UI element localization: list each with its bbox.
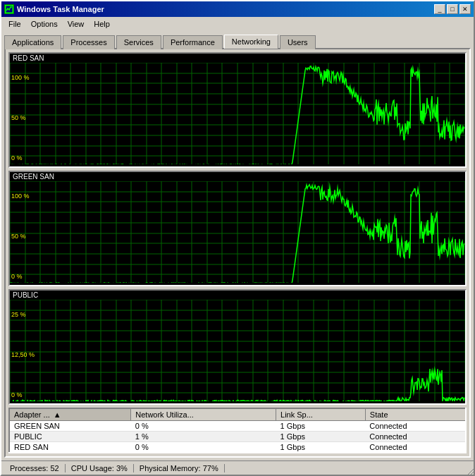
menu-view[interactable]: View — [63, 19, 89, 29]
table-row: PUBLIC 1 % 1 Gbps Connected — [9, 432, 466, 442]
menu-options[interactable]: Options — [27, 19, 62, 29]
graph-red-san-canvas-el — [10, 63, 465, 164]
graph-green-san-labels: 100 % 50 % 0 % — [11, 193, 30, 280]
sort-arrow-icon: ▲ — [54, 410, 61, 419]
graph-green-san-canvas: 100 % 50 % 0 % — [10, 181, 465, 283]
table-body: GREEN SAN 0 % 1 Gbps Connected PUBLIC 1 … — [9, 421, 466, 453]
cell-adapter-0: GREEN SAN — [9, 421, 131, 432]
status-memory: Physical Memory: 77% — [134, 464, 225, 472]
close-button[interactable]: ✕ — [459, 4, 471, 14]
cell-state-2: Connected — [365, 442, 466, 453]
graph-red-san: RED SAN 100 % 50 % 0 % — [8, 52, 467, 168]
graph-public: PUBLIC 25 % 12,50 % 0 % — [8, 289, 467, 405]
svg-line-2 — [469, 470, 475, 476]
table-header-row: Adapter ... ▲ Network Utiliza... Link Sp… — [9, 408, 466, 421]
graph-public-labels: 25 % 12,50 % 0 % — [11, 311, 35, 398]
menu-bar: File Options View Help — [1, 17, 474, 31]
graph-green-san-canvas-el — [10, 181, 465, 283]
table-row: GREEN SAN 0 % 1 Gbps Connected — [9, 421, 466, 432]
cell-util-2: 0 % — [131, 442, 276, 453]
menu-file[interactable]: File — [4, 19, 25, 29]
network-table-section: Adapter ... ▲ Network Utiliza... Link Sp… — [8, 408, 467, 458]
col-adapter[interactable]: Adapter ... ▲ — [9, 408, 131, 421]
tabs-bar: Applications Processes Services Performa… — [1, 31, 474, 48]
cell-state-1: Connected — [365, 432, 466, 442]
col-linkspeed[interactable]: Link Sp... — [276, 408, 366, 421]
graph-public-title: PUBLIC — [10, 291, 465, 300]
graph-green-san: GREEN SAN 100 % 50 % 0 % — [8, 171, 467, 286]
graph-public-canvas: 25 % 12,50 % 0 % — [10, 300, 465, 401]
cell-adapter-2: RED SAN — [9, 442, 131, 453]
cell-state-0: Connected — [365, 421, 466, 432]
svg-line-3 — [472, 473, 475, 476]
col-state[interactable]: State — [365, 408, 466, 421]
window-title: Windows Task Manager — [17, 5, 104, 13]
window: Windows Task Manager _ □ ✕ File Options … — [0, 0, 475, 476]
cell-link-2: 1 Gbps — [276, 442, 366, 453]
status-cpu: CPU Usage: 3% — [66, 464, 134, 472]
graph-red-san-canvas: 100 % 50 % 0 % — [10, 63, 465, 164]
status-bar: Processes: 52 CPU Usage: 3% Physical Mem… — [1, 460, 474, 475]
cell-util-0: 0 % — [131, 421, 276, 432]
maximize-button[interactable]: □ — [447, 4, 458, 14]
graph-green-san-title: GREEN SAN — [10, 172, 465, 181]
resize-handle[interactable] — [467, 468, 475, 476]
tab-processes[interactable]: Processes — [63, 35, 114, 49]
tab-networking[interactable]: Networking — [224, 35, 278, 49]
title-bar-controls: _ □ ✕ — [434, 4, 471, 14]
cell-util-1: 1 % — [131, 432, 276, 442]
tab-applications[interactable]: Applications — [4, 35, 61, 49]
content-area: RED SAN 100 % 50 % 0 % GREEN SAN 100 % 5… — [4, 48, 471, 458]
cell-link-0: 1 Gbps — [276, 421, 366, 432]
tab-services[interactable]: Services — [116, 35, 161, 49]
cell-adapter-1: PUBLIC — [9, 432, 131, 442]
status-processes: Processes: 52 — [4, 464, 66, 472]
graph-red-san-title: RED SAN — [10, 54, 465, 63]
network-table: Adapter ... ▲ Network Utiliza... Link Sp… — [8, 408, 467, 453]
menu-help[interactable]: Help — [90, 19, 114, 29]
tab-performance[interactable]: Performance — [163, 35, 223, 49]
table-row: RED SAN 0 % 1 Gbps Connected — [9, 442, 466, 453]
minimize-button[interactable]: _ — [434, 4, 445, 14]
app-icon — [4, 4, 14, 14]
title-bar: Windows Task Manager _ □ ✕ — [1, 1, 474, 17]
col-utilization[interactable]: Network Utiliza... — [131, 408, 276, 421]
cell-link-1: 1 Gbps — [276, 432, 366, 442]
title-bar-left: Windows Task Manager — [4, 4, 104, 14]
graph-public-canvas-el — [10, 300, 465, 401]
tab-users[interactable]: Users — [280, 35, 316, 49]
graph-red-san-labels: 100 % 50 % 0 % — [11, 74, 30, 161]
